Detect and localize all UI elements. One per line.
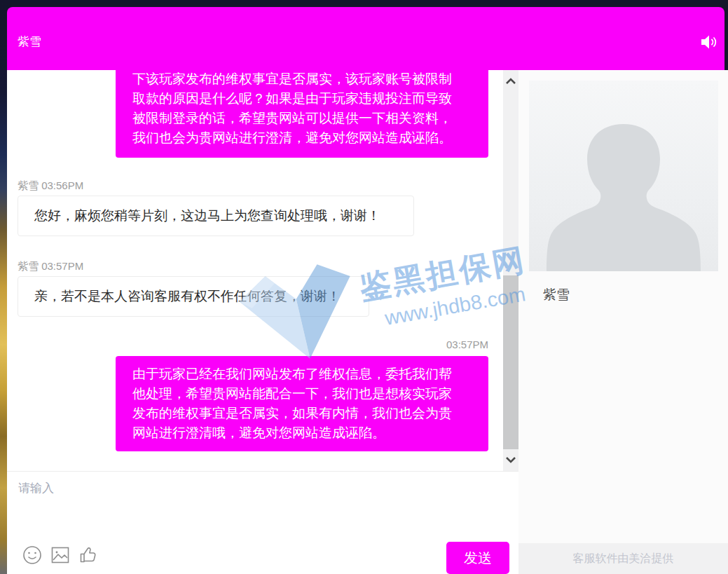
- send-button[interactable]: 发送: [446, 542, 509, 574]
- scroll-up-button[interactable]: [503, 74, 518, 88]
- composer: 请输入: [7, 471, 518, 574]
- speaker-icon: [699, 32, 719, 52]
- message-input[interactable]: 请输入: [18, 480, 502, 536]
- thumbs-up-icon: [78, 545, 98, 565]
- provider-footer: 客服软件由美洽提供: [518, 543, 728, 574]
- message-meta: 紫雪 03:57PM: [18, 260, 83, 273]
- background-image-strip: [0, 0, 7, 574]
- chat-window: 紫雪 下该玩家发布的维权事宜是否属实，该玩家账号被限制取款的原因是什么呢？如果是…: [0, 0, 728, 574]
- scroll-down-button[interactable]: [503, 453, 518, 467]
- incoming-message-bubble: 亲，若不是本人咨询客服有权不作任何答复，谢谢！: [18, 276, 369, 317]
- composer-toolbar: [22, 545, 98, 565]
- image-upload-button[interactable]: [50, 545, 70, 565]
- agent-name: 紫雪: [543, 286, 570, 304]
- sound-toggle-button[interactable]: [699, 32, 719, 52]
- incoming-message-bubble: 您好，麻烦您稍等片刻，这边马上为您查询处理哦，谢谢！: [18, 196, 414, 236]
- thumbs-up-button[interactable]: [78, 545, 98, 565]
- emoji-icon: [22, 545, 42, 565]
- chevron-up-icon: [503, 74, 518, 88]
- message-meta: 紫雪 03:56PM: [18, 179, 83, 193]
- message-list: 下该玩家发布的维权事宜是否属实，该玩家账号被限制取款的原因是什么呢？如果是由于玩…: [7, 70, 518, 471]
- chevron-down-icon: [503, 453, 518, 467]
- emoji-button[interactable]: [22, 545, 42, 565]
- agent-title: 紫雪: [18, 34, 41, 50]
- chat-scrollbar[interactable]: [503, 70, 518, 471]
- outgoing-message-bubble: 下该玩家发布的维权事宜是否属实，该玩家账号被限制取款的原因是什么呢？如果是由于玩…: [116, 70, 488, 158]
- message-timestamp: 03:57PM: [446, 339, 488, 350]
- image-icon: [50, 545, 70, 565]
- agent-avatar: [529, 81, 718, 271]
- avatar-silhouette-icon: [529, 81, 718, 271]
- chat-header: 紫雪: [7, 7, 724, 70]
- agent-sidebar: 紫雪 客服软件由美洽提供: [518, 70, 728, 574]
- outgoing-message-bubble: 由于玩家已经在我们网站发布了维权信息，委托我们帮他处理，希望贵网站能配合一下，我…: [116, 356, 488, 451]
- scrollbar-thumb[interactable]: [503, 275, 518, 449]
